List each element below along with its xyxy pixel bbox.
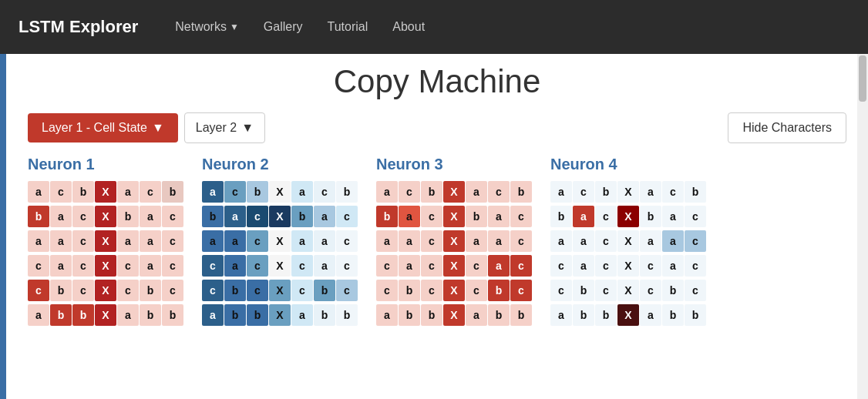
char-cell: a (488, 230, 510, 252)
char-cell: a (573, 255, 594, 277)
char-cell: a (117, 230, 139, 252)
nav-tutorial[interactable]: Tutorial (328, 20, 368, 34)
neuron-col-1: Neuron 1acbXacbbacXbacaacXaaccacXcaccbcX… (28, 156, 183, 326)
char-cell: b (662, 280, 684, 301)
char-cell: X (269, 206, 291, 227)
char-cell: b (488, 280, 510, 301)
table-row: abbXabb (28, 304, 183, 326)
char-cell: X (95, 206, 116, 227)
table-row: aacXaac (202, 230, 358, 252)
scrollbar-thumb[interactable] (859, 55, 866, 102)
char-cell: b (72, 181, 94, 203)
table-row: acbXacb (550, 181, 706, 203)
char-cell: b (640, 206, 661, 227)
char-cell: a (376, 304, 398, 326)
char-cell: a (224, 230, 246, 252)
char-cell: c (117, 280, 139, 301)
char-cell: c (162, 206, 183, 227)
char-cell: a (50, 230, 72, 252)
char-cell: a (202, 304, 224, 326)
char-cell: b (202, 206, 224, 227)
char-cell: c (488, 181, 510, 203)
table-row: cbcXcbc (550, 280, 706, 301)
char-cell: a (466, 230, 487, 252)
char-cell: b (50, 280, 72, 301)
nav-networks[interactable]: Networks ▼ (175, 20, 239, 34)
nav-gallery[interactable]: Gallery (264, 20, 303, 34)
page-title: Copy Machine (28, 63, 846, 100)
char-cell: X (617, 230, 639, 252)
table-row: cacXcac (376, 255, 532, 277)
nav-about[interactable]: About (392, 20, 425, 34)
char-cell: c (399, 181, 420, 203)
char-cell: b (662, 304, 684, 326)
char-cell: c (685, 206, 706, 227)
char-cell: a (488, 206, 510, 227)
char-cell: c (421, 230, 442, 252)
table-row: bacXbac (28, 206, 183, 227)
char-cell: c (336, 230, 358, 252)
char-cell: a (640, 181, 661, 203)
char-cell: c (72, 206, 94, 227)
char-cell: X (95, 255, 116, 277)
char-cell: b (595, 304, 617, 326)
char-cell: c (685, 280, 706, 301)
char-cell: c (162, 255, 183, 277)
char-cell: a (291, 230, 313, 252)
layer1-dropdown-arrow: ▼ (152, 121, 164, 135)
table-row: cacXcac (202, 255, 358, 277)
char-cell: X (617, 181, 639, 203)
char-cell: a (640, 304, 661, 326)
layer2-dropdown-arrow: ▼ (241, 121, 254, 135)
char-cell: a (291, 304, 313, 326)
char-cell: c (573, 181, 594, 203)
char-cell: c (662, 181, 684, 203)
char-cell: a (28, 304, 49, 326)
navbar: LSTM Explorer Networks ▼ Gallery Tutoria… (0, 0, 868, 54)
char-cell: b (573, 280, 594, 301)
char-cell: a (550, 304, 572, 326)
char-cell: a (466, 304, 487, 326)
char-cell: b (28, 206, 49, 227)
char-cell: b (466, 206, 487, 227)
hide-characters-button[interactable]: Hide Characters (728, 112, 846, 143)
neurons-grid: Neuron 1acbXacbbacXbacaacXaaccacXcaccbcX… (28, 156, 846, 326)
char-cell: X (95, 181, 116, 203)
layer1-button[interactable]: Layer 1 - Cell State ▼ (28, 113, 178, 142)
char-cell: c (202, 280, 224, 301)
scrollbar[interactable] (857, 54, 868, 399)
char-cell: c (162, 280, 183, 301)
char-cell: c (510, 255, 532, 277)
char-cell: b (685, 304, 706, 326)
layer2-button[interactable]: Layer 2 ▼ (184, 112, 265, 143)
char-cell: X (95, 280, 116, 301)
char-cell: a (376, 181, 398, 203)
char-cell: a (50, 206, 72, 227)
char-cell: c (72, 280, 94, 301)
char-cell: X (617, 206, 639, 227)
char-cell: b (488, 304, 510, 326)
char-cell: c (291, 280, 313, 301)
char-cell: b (550, 206, 572, 227)
char-cell: a (550, 181, 572, 203)
char-cell: c (247, 206, 268, 227)
char-cell: X (443, 304, 465, 326)
char-cell: c (336, 255, 358, 277)
char-cell: b (314, 280, 335, 301)
char-cell: b (510, 181, 532, 203)
char-cell: c (224, 181, 246, 203)
char-cell: X (269, 280, 291, 301)
neuron-title-4: Neuron 4 (550, 156, 706, 173)
char-cell: a (573, 206, 594, 227)
char-cell: a (550, 230, 572, 252)
char-cell: c (640, 255, 661, 277)
char-cell: a (28, 230, 49, 252)
table-row: abbXabb (202, 304, 358, 326)
char-cell: X (269, 181, 291, 203)
char-cell: b (72, 304, 94, 326)
table-row: abbXabb (550, 304, 706, 326)
table-row: aacXaac (28, 230, 183, 252)
char-cell: c (247, 230, 268, 252)
char-cell: c (685, 230, 706, 252)
char-cell: a (224, 255, 246, 277)
